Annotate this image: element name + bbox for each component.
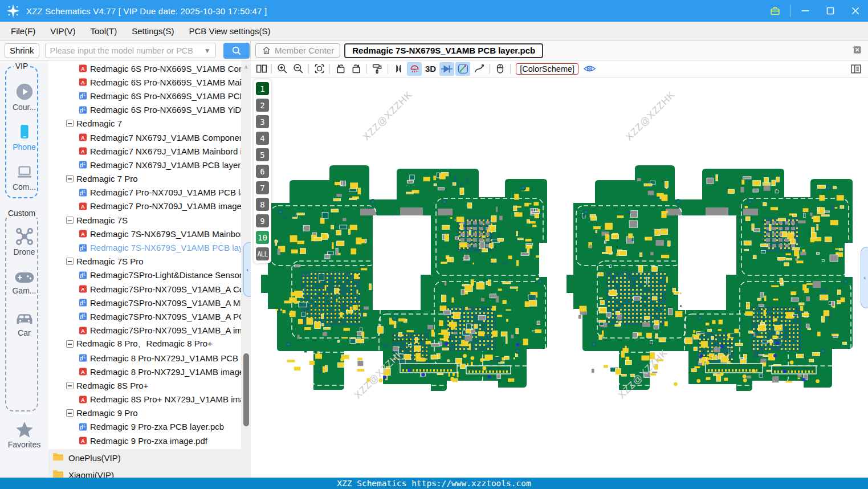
tree-file-row[interactable]: Redmagic7 Pro-NX709J_V1AMB PCB lay [48,186,241,199]
color-scheme-button[interactable]: [ColorScheme] [516,63,578,75]
zoom-in-icon[interactable] [275,62,290,76]
menu-item-2[interactable]: Tool(T) [83,22,125,40]
tree-file-row[interactable]: ARedmagic 6S Pro-NX669S_V1AMB Mair [48,75,241,89]
search-button[interactable] [223,43,250,59]
tree-file-row[interactable]: ARedmagic 6S Pro-NX669S_V1AMB Com [48,62,241,75]
collapse-minus-icon[interactable] [66,409,74,417]
tree-node-row[interactable]: Redmagic 7S Pro [48,255,241,268]
sidebar-item-computer[interactable]: Com... [0,163,48,191]
menu-item-3[interactable]: Settings(S) [124,22,181,40]
tree-node-row[interactable]: Redmagic 9 Pro [48,406,241,420]
measure-tool-icon[interactable] [455,62,470,76]
sidebar-item-favorites[interactable]: Favorites [0,419,48,449]
tree-file-row[interactable]: Redmagic7 NX679J_V1AMB PCB layer.p [48,158,241,172]
layer-button-6[interactable]: 6 [256,165,269,178]
layer-button-8[interactable]: 8 [256,198,269,211]
tree-node-row[interactable]: Redmagic 8 Pro、Redmagic 8 Pro+ [48,337,241,351]
collapse-minus-icon[interactable] [66,258,74,265]
tree-file-row[interactable]: Redmagic7SPro-NX709S_V1AMB_A PCB [48,309,241,323]
tree-file-row[interactable]: ARedmagic7SPro-NX709S_V1AMB_A ima [48,324,241,337]
pcb-file-icon [79,105,87,115]
maximize-button[interactable] [818,0,843,22]
minimize-button[interactable] [793,0,818,22]
sidebar-item-phone[interactable]: Phone [0,122,48,152]
layer-button-2[interactable]: 2 [256,99,269,112]
active-document-tab[interactable]: Redmagic 7S-NX679S_V1AMB PCB layer.pcb [344,43,543,58]
laptop-icon [15,163,34,181]
tree-node-row[interactable]: Redmagic 7 [48,117,241,131]
layer-button-9[interactable]: 9 [256,214,269,227]
home-icon [262,46,271,55]
menu-item-4[interactable]: PCB View settings(S) [181,22,278,40]
menu-item-0[interactable]: File(F) [3,22,43,40]
view-eye-icon[interactable] [582,62,597,76]
tree-node-row[interactable]: Redmagic 8S Pro+ [48,378,241,392]
tree-file-row[interactable]: ARedmagic7 NX679J_V1AMB Componen [48,131,241,144]
scroll-up-icon[interactable]: ∧ [244,64,248,70]
menu-item-1[interactable]: VIP(V) [43,22,83,40]
curve-tool-icon[interactable] [471,62,486,76]
layer-button-7[interactable]: 7 [256,181,269,194]
tree-file-row[interactable]: ARedmagic7 Pro-NX709J_V1AMB image. [48,199,241,213]
close-document-icon[interactable] [851,44,862,58]
rotate-left-icon[interactable] [333,62,348,76]
collapse-minus-icon[interactable] [66,382,74,389]
close-button[interactable] [843,0,868,22]
collapse-minus-icon[interactable] [66,120,74,127]
lamp-light-icon[interactable] [407,62,422,76]
diode-tool-icon[interactable] [439,62,454,76]
tree-file-row[interactable]: Redmagic7SPro-Light&Distance Sensor [48,268,241,282]
tree-file-row[interactable]: Redmagic 9 Pro-zxa PCB layer.pcb [48,420,241,434]
collapse-right-panel-handle[interactable]: ‹ [861,247,868,308]
split-view-icon[interactable] [254,62,268,76]
model-search-box[interactable]: ▼ [45,43,216,58]
search-input[interactable] [50,46,202,55]
chevron-down-icon[interactable]: ▼ [204,47,211,55]
tree-file-row[interactable]: Redmagic 6S Pro-NX669S_V1AMB PCB [48,89,241,103]
layer-button-3[interactable]: 3 [256,115,269,128]
fit-view-icon[interactable] [312,62,327,76]
tree-scrollbar-thumb[interactable] [243,353,249,426]
right-panel-toggle-icon[interactable] [849,62,863,76]
sidebar-item-game[interactable]: Gam... [0,270,48,295]
tree-file-row[interactable]: ARedmagic7SPro-NX709S_V1AMB_A Cor [48,282,241,296]
tree-node-row[interactable]: Redmagic 7 Pro [48,172,241,186]
layer-button-all[interactable]: ALL [256,247,269,260]
tree-file-row[interactable]: ARedmagic 8S Pro+ NX729J_V1AMB ima [48,393,241,406]
tree-file-row[interactable]: Redmagic 8 Pro-NX729J_V1AMB PCB la [48,351,241,365]
tree-folder-row[interactable]: OnePlus(VIP) [48,449,251,466]
collapse-minus-icon[interactable] [66,217,74,224]
tree-file-row[interactable]: Redmagic 6S Pro-NX669S_V1AMB YiDia [48,103,241,117]
tree-file-row[interactable]: ARedmagic 7S-NX679S_V1AMB Mainbor [48,227,241,241]
license-briefcase-icon[interactable] [763,0,788,22]
layer-button-10[interactable]: 10 [256,231,269,244]
collapse-minus-icon[interactable] [66,340,74,348]
pdf-file-icon: A [79,64,87,73]
layer-button-5[interactable]: 5 [256,148,269,161]
collapse-minus-icon[interactable] [66,175,74,182]
sidebar-item-course[interactable]: Cour... [0,82,48,112]
pcb-board-view[interactable] [251,78,868,478]
tree-file-row[interactable]: ARedmagic7 NX679J_V1AMB Mainbord i [48,144,241,158]
zoom-out-icon[interactable] [291,62,305,76]
sidebar-item-car[interactable]: Car [0,310,48,337]
tree-file-row[interactable]: ARedmagic 8 Pro-NX729J_V1AMB image [48,365,241,378]
pcb-canvas[interactable]: 12345678910ALL XZZ@XZZHK XZZ@XZZHK XZZ@X… [251,78,868,478]
tree-file-row[interactable]: ARedmagic 9 Pro-zxa image.pdf [48,434,241,447]
mirror-flip-icon[interactable] [391,62,406,76]
sidebar-item-drone[interactable]: Drone [0,227,48,256]
paint-roller-icon[interactable] [370,62,385,76]
mouse-settings-icon[interactable] [492,62,507,76]
layer-button-1[interactable]: 1 [256,82,269,95]
layer-button-4[interactable]: 4 [256,132,269,145]
view-3d-button[interactable]: 3D [423,64,438,74]
tree-file-row[interactable]: Redmagic 7S-NX679S_V1AMB PCB laye [48,241,241,254]
tree-folder-row[interactable]: Xiaomi(VIP) [48,466,251,478]
tree-file-row[interactable]: Redmagic7SPro-NX709S_V1AMB_A MB [48,296,241,309]
shrink-button[interactable]: Shrink [5,43,39,58]
pcb-file-icon [79,91,87,100]
member-center-button[interactable]: Member Center [255,43,340,58]
rotate-right-icon[interactable] [349,62,364,76]
collapse-tree-handle[interactable]: ‹ [243,242,251,297]
tree-node-row[interactable]: Redmagic 7S [48,213,241,227]
